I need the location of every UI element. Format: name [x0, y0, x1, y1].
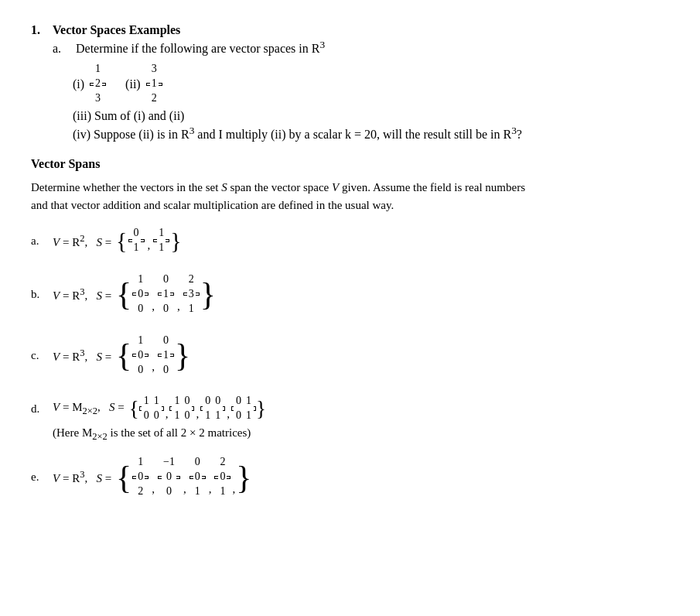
- comma-a1: ,: [148, 239, 151, 255]
- vec-c2: 0 1 0: [158, 334, 174, 378]
- vec-b1: 1 0 0: [132, 272, 149, 317]
- mat22-d1: 11 00: [139, 394, 164, 423]
- open-brace-a: {: [116, 229, 127, 252]
- vec-a1: 0 1: [128, 226, 145, 255]
- close-brace-d: }: [256, 399, 266, 419]
- span-item-c: c. V = R3, S = { 1 0 0 , 0 1 0: [31, 334, 669, 378]
- vectors-row: (i) 1 2 3 (ii): [73, 62, 669, 106]
- vector-spans-section: Vector Spans Determine whether the vecto…: [31, 157, 669, 499]
- vector-spaces-section: 1. Vector Spaces Examples a. Determine i…: [31, 23, 669, 142]
- comma-d1: ,: [166, 408, 169, 423]
- page-content: 1. Vector Spaces Examples a. Determine i…: [31, 23, 669, 499]
- comma-e2: ,: [183, 483, 186, 499]
- span-d-eq: V = M2×2, S =: [53, 401, 125, 417]
- close-brace-c: }: [175, 339, 190, 371]
- close-brace-e: }: [236, 461, 251, 494]
- comma-b1: ,: [152, 300, 155, 317]
- span-e-eq: V = R3, S =: [53, 469, 111, 485]
- vec-c1: 1 0 0: [132, 334, 149, 378]
- open-brace-b: {: [116, 278, 131, 310]
- mat22-d2: 10 10: [169, 394, 194, 423]
- open-brace-c: {: [116, 339, 131, 371]
- span-c-eq: V = R3, S =: [53, 347, 111, 364]
- span-letter-d: d.: [31, 402, 53, 416]
- vector-i-label: (i): [73, 77, 84, 91]
- span-a-eq: V = R2, S =: [53, 233, 111, 249]
- vec-b3: 2 3 1: [183, 272, 200, 317]
- mat22-d3: 00 11: [200, 394, 225, 423]
- vector-spans-title: Vector Spans: [31, 157, 100, 170]
- vector-ii-label: (ii): [125, 77, 141, 91]
- vec-e3: 0 0 1: [190, 455, 206, 499]
- vec-e4: 2 0 1: [214, 455, 230, 499]
- close-brace-b: }: [200, 278, 216, 310]
- vector-ii: 3 1 2: [146, 62, 162, 106]
- part-a-text: Determine if the following are vector sp…: [76, 42, 325, 55]
- part-a: a. Determine if the following are vector…: [53, 39, 669, 56]
- trailing-comma-e: ,: [232, 483, 235, 499]
- vector-ii-group: (ii) 3 1 2: [125, 62, 163, 106]
- span-d-main: d. V = M2×2, S = { 11 00 ,: [31, 394, 669, 423]
- open-brace-e: {: [116, 461, 131, 494]
- span-d-note: (Here M2×2 is the set of all 2 × 2 matri…: [31, 426, 669, 443]
- span-letter-b: b.: [31, 288, 53, 301]
- span-item-b: b. V = R3, S = { 1 0 0 , 0 1 0: [31, 272, 669, 317]
- comma-b2: ,: [177, 300, 180, 317]
- comma-d3: ,: [227, 408, 230, 423]
- comma-e3: ,: [209, 483, 212, 499]
- section-title: Vector Spaces Examples: [53, 23, 180, 37]
- mat22-d4: 01 01: [231, 394, 256, 423]
- comma-d2: ,: [196, 408, 199, 423]
- part-iii: (iii) Sum of (i) and (ii): [53, 109, 669, 123]
- part-iv: (iv) Suppose (ii) is in R3 and I multipl…: [53, 125, 669, 142]
- span-item-d: d. V = M2×2, S = { 11 00 ,: [31, 394, 669, 443]
- vector-i: 1 2 3: [90, 62, 106, 106]
- span-letter-c: c.: [31, 349, 53, 362]
- section-number: 1.: [31, 23, 53, 37]
- close-brace-a: }: [170, 229, 181, 252]
- span-item-e: e. V = R3, S = { 1 0 2 , −1 0 0: [31, 455, 669, 499]
- vec-b2: 0 1 0: [158, 272, 174, 317]
- vec-a2: 1 1: [153, 226, 169, 255]
- span-b-eq: V = R3, S =: [53, 286, 111, 303]
- vector-i-group: (i) 1 2 3: [73, 62, 107, 106]
- part-a-label: a.: [53, 42, 73, 56]
- vec-e2: −1 0 0: [158, 455, 180, 499]
- span-item-a: a. V = R2, S = { 0 1 , 1 1: [31, 226, 669, 255]
- vec-e1: 1 0 2: [132, 455, 149, 499]
- span-letter-e: e.: [31, 471, 53, 484]
- spans-intro: Determine whether the vectors in the set…: [31, 179, 669, 214]
- open-brace-d: {: [129, 399, 139, 419]
- comma-e1: ,: [152, 483, 155, 499]
- comma-c1: ,: [152, 361, 155, 377]
- span-letter-a: a.: [31, 234, 53, 248]
